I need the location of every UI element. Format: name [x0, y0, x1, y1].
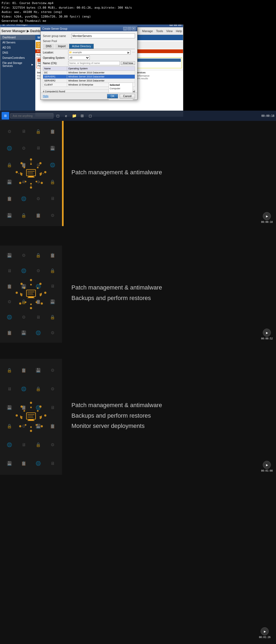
os-select[interactable]: All Windows Server 2016 Windows 10	[68, 56, 90, 60]
play-circle-bottom[interactable]	[261, 627, 269, 635]
svg-point-36	[30, 279, 32, 281]
play-btn-bottom[interactable]: 00:01:26	[259, 627, 271, 639]
svg-point-75	[23, 410, 25, 412]
icon-tile: 📋	[17, 362, 31, 379]
sidebar-item-domaincontrollers[interactable]: DomainControllers	[0, 55, 35, 60]
icon-tile: 🔒	[32, 124, 45, 139]
icon-tile: 📋	[3, 326, 16, 340]
computer-os: Windows Server 2016 Datacenter	[67, 75, 135, 79]
icon-tile: ⚙	[46, 436, 60, 454]
svg-point-69	[37, 410, 39, 412]
icon-tile: 💾	[3, 455, 16, 472]
task-view-icon[interactable]: ◻	[54, 112, 61, 119]
play-btn-1[interactable]: 00:00:18	[261, 212, 273, 223]
file-explorer-icon[interactable]: 📁	[71, 112, 78, 119]
table-row[interactable]: SERVER1 Windows Server 2016 Datacenter	[43, 75, 135, 79]
server-group-name-input[interactable]	[71, 33, 135, 38]
svg-rect-54	[27, 298, 34, 298]
table-row[interactable]: DC Windows Server 2016 Datacenter	[43, 71, 135, 75]
svg-point-61	[39, 406, 42, 408]
gap-1	[0, 226, 276, 246]
yellow-bar-1	[62, 121, 64, 226]
play-btn-2[interactable]: 00:00:52	[261, 329, 273, 340]
selected-item: Computer	[110, 87, 132, 90]
svg-point-64	[30, 430, 32, 432]
dialog-tabs: DNS Import Active Directory	[43, 44, 135, 49]
play-circle-3[interactable]	[263, 461, 271, 469]
edge-icon[interactable]: e	[63, 112, 70, 119]
computer-name: SERVER1	[43, 75, 67, 79]
sidebar-item-allservers[interactable]: All Servers	[0, 40, 35, 45]
location-row: Location: 📁 example ▶ ⋯	[43, 50, 135, 54]
start-button[interactable]: ⊞	[2, 112, 9, 120]
dialog-table-area: Name Operating System DC Windows Server …	[43, 66, 135, 89]
svg-point-68	[30, 407, 32, 408]
play-time-3: 00:01:08	[261, 469, 273, 472]
svg-point-41	[19, 302, 21, 305]
sidebar-item-dashboard[interactable]: Dashboard	[0, 35, 35, 40]
tab-active-directory[interactable]: Active Directory	[69, 44, 94, 49]
dialog-titlebar: Create Server Group _ □ ×	[41, 26, 137, 31]
app-icon-1[interactable]: ⊞	[79, 112, 86, 119]
sidebar-item-filestorage[interactable]: File and Storage Services ▶	[0, 60, 35, 69]
hex-icon-2	[13, 278, 49, 310]
location-input[interactable]: 📁 example ▶	[68, 50, 130, 54]
sidebar-item-dns[interactable]: DNS	[0, 50, 35, 55]
svg-point-21	[22, 182, 23, 183]
svg-point-40	[30, 307, 32, 309]
icon-tile: ⚙	[46, 362, 60, 379]
server-pool-label: Server Pool	[43, 40, 135, 43]
sidebar-dashboard-label: Dashboard	[2, 36, 16, 39]
search-input[interactable]	[10, 113, 53, 118]
icon-tile: 🖥	[46, 455, 60, 472]
svg-point-72	[30, 426, 32, 428]
video-filesize: File: 3227554 bytes (3.08 MiB), duration…	[2, 6, 274, 10]
service-col-3: Services Performance RPA results	[134, 70, 183, 81]
app-icon-2[interactable]: ◻	[87, 112, 94, 119]
icon-tile: 🔒	[32, 248, 45, 263]
table-row[interactable]: SERVER2 Windows Server 2016 Datacenter	[43, 79, 135, 83]
svg-point-38	[44, 292, 46, 294]
sidebar-filestorage-label: File and Storage Services	[2, 62, 30, 67]
menu-manage[interactable]: Manage	[142, 29, 153, 33]
hex-svg-1	[13, 157, 49, 190]
icon-tile: 🔒	[17, 208, 31, 223]
help-link[interactable]: Help	[43, 95, 49, 98]
selected-header: Selected	[110, 84, 132, 86]
icon-tile: ⚙	[17, 310, 31, 324]
find-now-button[interactable]: Find Now	[121, 61, 135, 65]
play-circle-1[interactable]	[263, 212, 271, 220]
icon-tile: 💾	[46, 140, 60, 156]
name-cn-input[interactable]	[68, 61, 120, 65]
dialog-maximize-btn[interactable]: □	[127, 27, 131, 30]
icon-tile: 🌐	[3, 140, 16, 156]
play-btn-3[interactable]: 00:01:08	[261, 461, 273, 472]
svg-point-66	[16, 414, 18, 417]
tab-dns[interactable]: DNS	[43, 44, 54, 49]
svg-rect-77	[28, 419, 34, 420]
menu-tools[interactable]: Tools	[156, 29, 163, 33]
dialog-close-btn[interactable]: ×	[132, 27, 136, 30]
sm-sidebar: Dashboard All Servers AD DS DNS DomainCo…	[0, 35, 35, 117]
menu-view[interactable]: View	[166, 29, 173, 33]
icon-tile: ⚙	[46, 208, 60, 223]
svc3-rpa: RPA results	[136, 77, 181, 80]
sidebar-item-adds[interactable]: AD DS	[0, 45, 35, 50]
hex-icon-1	[13, 157, 49, 190]
icon-tile: 🖥	[3, 264, 16, 278]
icon-tile: 🔒	[46, 310, 60, 324]
cancel-button[interactable]: Cancel	[120, 94, 135, 98]
location-label: Location:	[43, 51, 67, 54]
play-circle-2[interactable]	[263, 329, 271, 337]
ok-button[interactable]: OK	[107, 94, 118, 98]
menu-help[interactable]: Help	[176, 29, 182, 33]
dialog-minimize-btn[interactable]: _	[123, 27, 127, 30]
location-browse-icon[interactable]: ⋯	[132, 51, 135, 54]
tab-import[interactable]: Import	[55, 44, 68, 49]
icon-tile: 💾	[3, 208, 16, 223]
icon-tile: 🌐	[17, 264, 31, 278]
svg-point-15	[23, 167, 25, 168]
breadcrumb-left[interactable]: Server Manager	[1, 29, 26, 33]
icon-tile: 🖥	[3, 380, 16, 398]
icon-tile: 📋	[46, 124, 60, 139]
